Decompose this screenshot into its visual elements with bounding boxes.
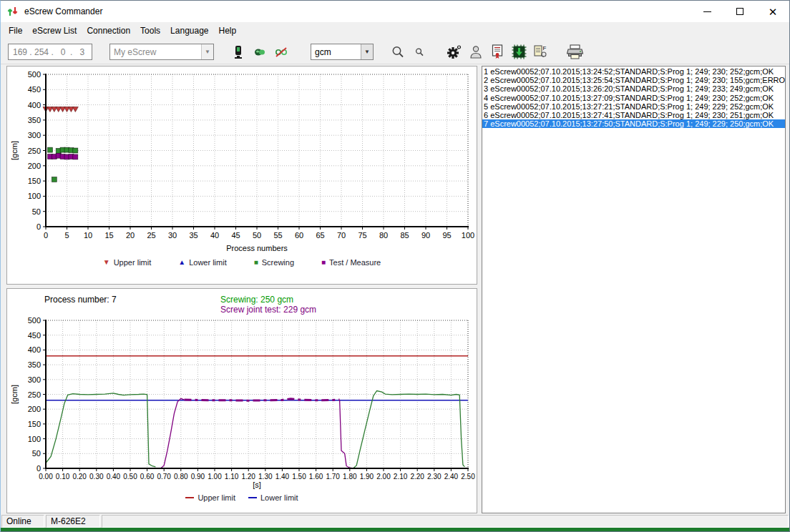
triangle-up-icon: ▲ [178,259,185,266]
device-combobox[interactable]: My eScrew ▼ [109,44,214,60]
svg-text:0.80: 0.80 [174,473,188,481]
user-icon[interactable] [467,44,484,61]
zoom-in-icon[interactable] [389,44,406,61]
curve-chart-panel: Process number: 7 Screwing: 250 gcm Scre… [6,288,477,513]
maximize-icon [736,8,743,15]
title-bar: eScrew Commander ✕ [1,1,789,22]
svg-text:100: 100 [462,231,474,240]
ip-address-field[interactable]: 169 . 254 . 0 . 3 [8,44,92,60]
svg-text:0.30: 0.30 [89,473,104,481]
legend-item: ■Screwing [254,258,294,267]
svg-text:65: 65 [316,231,324,240]
menu-item-language[interactable]: Language [165,24,213,38]
svg-text:1.70: 1.70 [326,473,340,481]
legend-label: Lower limit [260,493,298,502]
svg-text:1.10: 1.10 [225,473,239,481]
list-item[interactable]: 4 eScrew00052;07.10.2015;13:27:09;STANDA… [482,94,785,102]
connect-icon[interactable] [251,44,268,61]
result-log-list[interactable]: 1 eScrew00052;07.10.2015;13:24:52;STANDA… [482,66,786,513]
square-icon: ■ [254,259,258,266]
svg-text:95: 95 [442,231,451,240]
minimize-button[interactable] [691,1,723,22]
svg-text:0.70: 0.70 [157,473,171,481]
settings-icon[interactable] [446,44,463,61]
svg-text:55: 55 [273,231,282,240]
square-icon: ■ [321,259,326,266]
main-area: 0501001502002503003504004505000510152025… [1,64,789,513]
status-bar: Online M-626E2 [1,515,789,528]
list-item[interactable]: 5 eScrew00052;07.10.2015;13:27:21;STANDA… [482,102,785,111]
svg-text:250: 250 [28,147,41,155]
svg-text:100: 100 [28,435,41,443]
menu-item-help[interactable]: Help [214,24,242,38]
dash-icon [185,497,194,498]
svg-text:85: 85 [400,231,409,240]
list-item[interactable]: 2 eScrew00052;07.10.2015;13:25:54;STANDA… [482,76,785,84]
svg-text:20: 20 [126,231,135,240]
list-item[interactable]: 3 eScrew00052;07.10.2015;13:26:20;STANDA… [482,84,785,93]
torque-curve-chart: 0501001502002503003504004505000.000.100.… [7,315,477,491]
close-button[interactable]: ✕ [756,1,789,22]
svg-text:75: 75 [358,231,366,240]
app-logo-icon [6,5,19,18]
menu-item-connection[interactable]: Connection [82,24,135,38]
dash-icon [248,497,257,498]
svg-text:2.00: 2.00 [376,473,391,481]
svg-text:200: 200 [28,405,41,413]
svg-text:400: 400 [28,101,41,109]
charts-column: 0501001502002503003504004505000510152025… [6,66,477,513]
firmware-update-icon[interactable] [510,44,527,61]
legend-label: Test / Measure [329,258,381,267]
legend-item: ■Test / Measure [321,258,381,267]
unit-combobox[interactable]: gcm ▼ [311,44,374,60]
curve-chart-legend: Upper limitLower limit [7,493,477,502]
svg-text:2.10: 2.10 [394,473,408,481]
svg-text:45: 45 [231,231,240,240]
svg-text:[s]: [s] [253,481,261,489]
svg-text:0.50: 0.50 [123,473,137,481]
menu-item-escrew-list[interactable]: eScrew List [27,24,82,38]
svg-text:1.00: 1.00 [208,473,222,481]
legend-item: Lower limit [248,493,298,502]
svg-text:150: 150 [28,177,41,185]
svg-text:25: 25 [147,231,155,240]
zoom-out-icon[interactable] [411,44,428,61]
device-combobox-value: My eScrew [110,47,201,57]
disconnect-icon[interactable] [273,44,290,61]
list-item[interactable]: 7 eScrew00052;07.10.2015;13:27:50;STANDA… [482,119,785,128]
svg-text:400: 400 [28,345,41,354]
svg-text:300: 300 [28,131,41,139]
svg-text:0: 0 [36,222,41,231]
svg-text:Process numbers: Process numbers [226,244,288,252]
svg-text:0.60: 0.60 [140,473,155,481]
device-icon[interactable] [230,44,247,61]
legend-label: Lower limit [189,258,227,267]
svg-text:0.40: 0.40 [107,473,121,481]
svg-text:0.10: 0.10 [56,473,70,481]
svg-text:[gcm]: [gcm] [10,141,19,160]
screw-joint-test-value-label: Screw joint test: 229 gcm [220,305,316,315]
svg-text:250: 250 [28,390,41,399]
function-keys-icon[interactable]: F [532,44,549,61]
legend-item: Upper limit [185,493,235,502]
chevron-down-icon[interactable]: ▼ [201,44,213,59]
svg-text:0: 0 [44,231,48,240]
list-item[interactable]: 6 eScrew00052;07.10.2015;13:27:41;STANDA… [482,111,785,119]
svg-text:500: 500 [28,316,41,325]
bottom-edge-strip [1,528,789,532]
svg-text:0.00: 0.00 [39,473,53,481]
svg-text:450: 450 [28,331,41,340]
process-number-label: Process number: 7 [44,295,117,305]
svg-text:10: 10 [84,231,92,240]
maximize-button[interactable] [723,1,756,22]
menu-item-tools[interactable]: Tools [135,24,165,38]
legend-item: ▲Lower limit [178,258,226,267]
menu-item-file[interactable]: File [4,24,27,38]
list-item[interactable]: 1 eScrew00052;07.10.2015;13:24:52;STANDA… [482,67,785,76]
certificate-icon[interactable] [489,44,506,61]
chevron-down-icon[interactable]: ▼ [361,44,373,59]
print-icon[interactable] [567,44,584,61]
svg-text:35: 35 [189,231,198,240]
svg-text:1.80: 1.80 [343,473,357,481]
device-model-status: M-626E2 [46,515,100,528]
